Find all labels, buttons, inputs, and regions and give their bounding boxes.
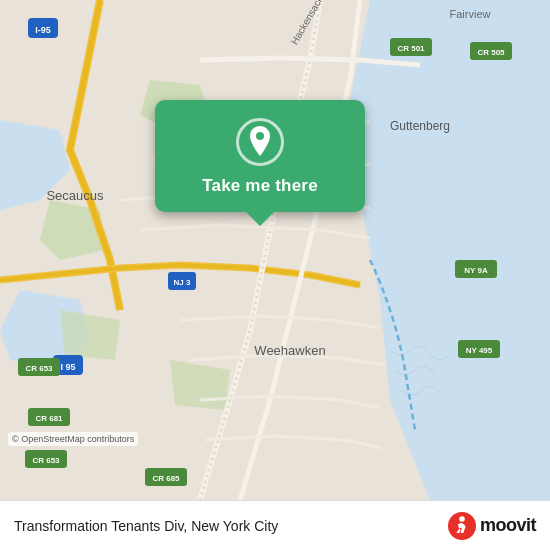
svg-text:I-95: I-95 bbox=[35, 25, 51, 35]
moovit-logo: moovit bbox=[448, 512, 536, 540]
svg-text:CR 681: CR 681 bbox=[35, 414, 63, 423]
svg-text:CR 653: CR 653 bbox=[25, 364, 53, 373]
svg-text:CR 653: CR 653 bbox=[32, 456, 60, 465]
map-container[interactable]: I-95 NJ 3 I 95 CR 501 CR 505 bbox=[0, 0, 550, 500]
svg-point-36 bbox=[256, 132, 264, 140]
svg-text:CR 505: CR 505 bbox=[477, 48, 505, 57]
svg-text:Secaucus: Secaucus bbox=[46, 188, 104, 203]
bottom-bar: Transformation Tenants Div, New York Cit… bbox=[0, 500, 550, 550]
svg-text:CR 501: CR 501 bbox=[397, 44, 425, 53]
location-icon-container bbox=[236, 118, 284, 166]
svg-text:Weehawken: Weehawken bbox=[254, 343, 325, 358]
svg-point-38 bbox=[459, 516, 465, 522]
copyright-text: © OpenStreetMap contributors bbox=[8, 432, 138, 446]
moovit-brand-icon bbox=[448, 512, 476, 540]
svg-text:Fairview: Fairview bbox=[450, 8, 491, 20]
popup-card[interactable]: Take me there bbox=[155, 100, 365, 212]
svg-text:CR 685: CR 685 bbox=[152, 474, 180, 483]
place-name: Transformation Tenants Div, New York Cit… bbox=[14, 518, 278, 534]
svg-text:Guttenberg: Guttenberg bbox=[390, 119, 450, 133]
map-background: I-95 NJ 3 I 95 CR 501 CR 505 bbox=[0, 0, 550, 500]
location-pin-icon bbox=[246, 126, 274, 158]
moovit-brand-text: moovit bbox=[480, 515, 536, 536]
svg-text:NY 9A: NY 9A bbox=[464, 266, 488, 275]
svg-text:NY 495: NY 495 bbox=[466, 346, 493, 355]
take-me-there-button[interactable]: Take me there bbox=[202, 176, 318, 196]
svg-text:NJ 3: NJ 3 bbox=[174, 278, 191, 287]
svg-text:I 95: I 95 bbox=[60, 362, 75, 372]
